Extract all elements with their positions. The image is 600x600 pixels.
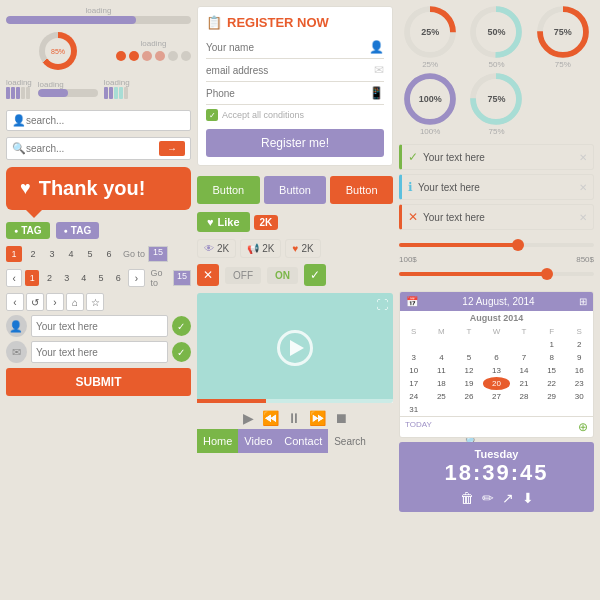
page-6[interactable]: 6: [101, 246, 117, 262]
today-button[interactable]: TODAY: [405, 420, 432, 434]
search-bar-2[interactable]: 🔍 →: [6, 137, 191, 160]
page-5[interactable]: 5: [82, 246, 98, 262]
cal-day-24[interactable]: 24: [400, 390, 428, 403]
cal-day-2[interactable]: 2: [565, 338, 593, 351]
cal-day-20-today[interactable]: 20: [483, 377, 511, 390]
x-button[interactable]: ✕: [197, 264, 219, 286]
search-go-button[interactable]: →: [159, 141, 185, 156]
toggle-off[interactable]: OFF: [225, 267, 261, 284]
cal-day-10[interactable]: 10: [400, 364, 428, 377]
email-field[interactable]: ✉: [206, 59, 384, 82]
cal-day-16[interactable]: 16: [565, 364, 593, 377]
back-btn[interactable]: ‹: [6, 293, 24, 311]
toggle-on[interactable]: ON: [267, 267, 298, 284]
page-a2[interactable]: 2: [42, 270, 56, 286]
notif-close-2[interactable]: ✕: [579, 182, 587, 193]
page-3[interactable]: 3: [44, 246, 60, 262]
home-btn[interactable]: ⌂: [66, 293, 84, 311]
cal-day-4[interactable]: 4: [428, 351, 456, 364]
goto-input-1[interactable]: 15: [148, 246, 168, 262]
cal-day-19[interactable]: 19: [455, 377, 483, 390]
submit-button[interactable]: SUBMIT: [6, 368, 191, 396]
btn-purple-1[interactable]: Button: [264, 176, 327, 204]
slider-2-thumb[interactable]: [541, 268, 553, 280]
cal-day-25[interactable]: 25: [428, 390, 456, 403]
page-a5[interactable]: 5: [94, 270, 108, 286]
video-player[interactable]: ⛶: [197, 293, 393, 403]
rewind-ctrl[interactable]: ⏪: [262, 410, 279, 426]
email-input[interactable]: [206, 65, 370, 76]
refresh-btn[interactable]: ↺: [26, 293, 44, 311]
cal-day-11[interactable]: 11: [428, 364, 456, 377]
play-button[interactable]: [277, 330, 313, 366]
cal-day-5[interactable]: 5: [455, 351, 483, 364]
cal-day-1[interactable]: 1: [538, 338, 566, 351]
accept-checkbox[interactable]: ✓: [206, 109, 218, 121]
cal-day-6[interactable]: 6: [483, 351, 511, 364]
tag-2[interactable]: TAG: [56, 222, 100, 239]
next-arrow[interactable]: ›: [128, 269, 144, 287]
name-field[interactable]: 👤: [206, 36, 384, 59]
like-button[interactable]: ♥ Like: [197, 212, 250, 232]
expand-icon[interactable]: ⛶: [376, 298, 388, 312]
cal-day-18[interactable]: 18: [428, 377, 456, 390]
cal-day-8[interactable]: 8: [538, 351, 566, 364]
clock-share-icon[interactable]: ↗: [502, 490, 514, 506]
cal-day-3[interactable]: 3: [400, 351, 428, 364]
register-button[interactable]: Register me!: [206, 129, 384, 157]
cal-day-31[interactable]: 31: [400, 403, 428, 416]
cal-day-21[interactable]: 21: [510, 377, 538, 390]
phone-field[interactable]: 📱: [206, 82, 384, 105]
page-4[interactable]: 4: [63, 246, 79, 262]
prev-arrow[interactable]: ‹: [6, 269, 22, 287]
btn-green-1[interactable]: Button: [197, 176, 260, 204]
cal-day-7[interactable]: 7: [510, 351, 538, 364]
cal-day-15[interactable]: 15: [538, 364, 566, 377]
nav-video[interactable]: Video: [238, 429, 278, 453]
cal-day-9[interactable]: 9: [565, 351, 593, 364]
star-btn[interactable]: ☆: [86, 293, 104, 311]
notif-close-3[interactable]: ✕: [579, 212, 587, 223]
cal-day-22[interactable]: 22: [538, 377, 566, 390]
page-a1[interactable]: 1: [25, 270, 39, 286]
clock-edit-icon[interactable]: ✏: [482, 490, 494, 506]
search-input-1[interactable]: [26, 115, 185, 126]
nav-contact[interactable]: Contact: [278, 429, 328, 453]
cal-day-12[interactable]: 12: [455, 364, 483, 377]
confirm-button[interactable]: ✓: [304, 264, 326, 286]
clock-trash-icon[interactable]: 🗑: [460, 490, 474, 506]
cal-day-17[interactable]: 17: [400, 377, 428, 390]
cal-day-23[interactable]: 23: [565, 377, 593, 390]
avatar-input-2[interactable]: [31, 341, 168, 363]
cal-day-29[interactable]: 29: [538, 390, 566, 403]
cal-day-27[interactable]: 27: [483, 390, 511, 403]
pause-ctrl[interactable]: ⏸: [287, 410, 301, 426]
play-ctrl[interactable]: ▶: [243, 410, 254, 426]
page-1[interactable]: 1: [6, 246, 22, 262]
clock-download-icon[interactable]: ⬇: [522, 490, 534, 506]
cal-day-30[interactable]: 30: [565, 390, 593, 403]
btn-orange-1[interactable]: Button: [330, 176, 393, 204]
check-btn-1[interactable]: ✓: [172, 316, 191, 336]
cal-day-28[interactable]: 28: [510, 390, 538, 403]
nav-home[interactable]: Home: [197, 429, 238, 453]
goto-input-2[interactable]: 15: [173, 270, 191, 286]
check-btn-2[interactable]: ✓: [172, 342, 191, 362]
search-bar-1[interactable]: 👤: [6, 110, 191, 131]
add-event-button[interactable]: ⊕: [578, 420, 588, 434]
page-2[interactable]: 2: [25, 246, 41, 262]
search-input-2[interactable]: [26, 143, 159, 154]
page-a4[interactable]: 4: [77, 270, 91, 286]
cal-day-26[interactable]: 26: [455, 390, 483, 403]
page-a3[interactable]: 3: [60, 270, 74, 286]
notif-close-1[interactable]: ✕: [579, 152, 587, 163]
cal-day-13[interactable]: 13: [483, 364, 511, 377]
page-a6[interactable]: 6: [111, 270, 125, 286]
forward-btn[interactable]: ›: [46, 293, 64, 311]
stop-ctrl[interactable]: ⏹: [334, 410, 348, 426]
cal-day-14[interactable]: 14: [510, 364, 538, 377]
forward-ctrl[interactable]: ⏩: [309, 410, 326, 426]
phone-input[interactable]: [206, 88, 365, 99]
slider-1-thumb[interactable]: [512, 239, 524, 251]
avatar-input-1[interactable]: [31, 315, 168, 337]
